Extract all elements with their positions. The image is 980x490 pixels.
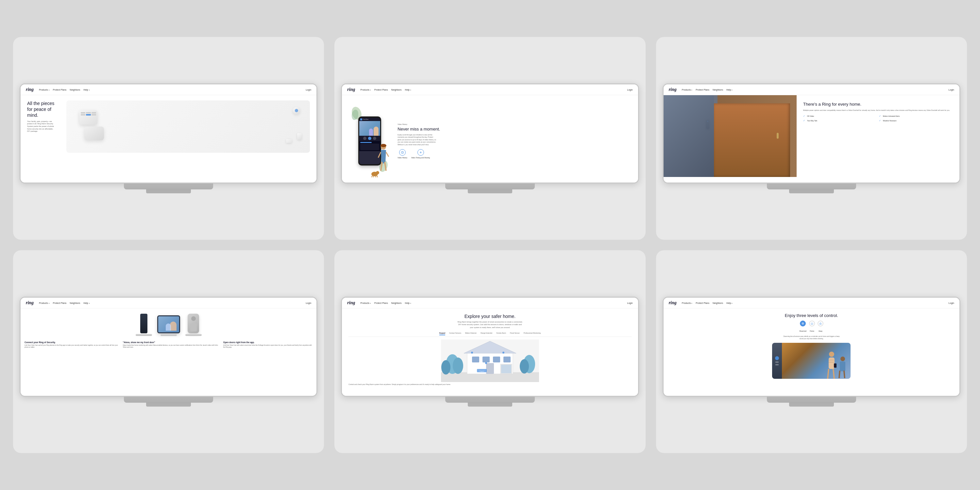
nav-neighbors-4[interactable]: Neighbors [70, 302, 80, 304]
nav-neighbors-3[interactable]: Neighbors [713, 89, 723, 91]
nav-neighbors-5[interactable]: Neighbors [391, 302, 402, 304]
card2-headline: Never miss a moment. [398, 126, 440, 132]
nav-protect-plans-3[interactable]: Protect Plans [695, 89, 710, 91]
scene-photo [782, 343, 851, 379]
svg-line-14 [377, 176, 377, 177]
phone-icon [360, 118, 362, 120]
nav-help-1[interactable]: Help ▾ [83, 89, 89, 91]
lock-keypad [190, 324, 197, 331]
col1-body: Link Door View Cam and all your Ring dev… [24, 345, 119, 349]
level-home[interactable]: Home [809, 321, 815, 333]
person-video [374, 126, 379, 136]
card2-right-text: Video History Never miss a moment. Easil… [398, 123, 440, 159]
nav-items-3: Products ▾ Protect Plans Neighbors Help … [682, 89, 733, 91]
svg-rect-44 [829, 362, 835, 363]
monitor-base-4 [124, 397, 213, 403]
nav-neighbors-2[interactable]: Neighbors [391, 89, 402, 91]
svg-point-29 [520, 359, 529, 373]
nav-help-2[interactable]: Help ▾ [405, 89, 411, 91]
keypad-product [80, 110, 97, 124]
ring-logo-5: ring [347, 300, 355, 305]
nav-products-1[interactable]: Products ▾ [39, 89, 50, 91]
monitor-stand-3 [789, 189, 834, 193]
nav-protect-plans-1[interactable]: Protect Plans [53, 89, 67, 91]
phone-header: Front Door [359, 118, 380, 121]
monitor-wrapper-4: ring Products ▾ Protect Plans Neighbors … [20, 297, 317, 407]
nav-help-3[interactable]: Help ▾ [726, 89, 733, 91]
card-4: ring Products ▾ Protect Plans Neighbors … [13, 250, 324, 453]
monitor-2: ring Products ▾ Protect Plans Neighbors … [341, 83, 639, 184]
timeline-bar [360, 142, 372, 143]
video-timing-icon-circle [417, 149, 424, 156]
card-3: ring Products ▾ Protect Plans Neighbors … [656, 37, 967, 240]
tab-motion[interactable]: Motion Detector [465, 331, 477, 335]
nav-5: ring Products ▾ Protect Plans Neighbors … [342, 298, 638, 308]
svg-rect-42 [829, 359, 835, 359]
monitor-6: ring Products ▾ Protect Plans Neighbors … [663, 297, 960, 397]
key [81, 112, 85, 113]
nav-3: ring Products ▾ Protect Plans Neighbors … [663, 85, 959, 95]
feature-twoway-label: Two-Way Talk [807, 120, 817, 122]
feature-hd-label: HD Video [807, 115, 814, 117]
level-disarmed[interactable]: Disarmed [800, 321, 807, 333]
feature-motion-label: Motion-Activated Alerts [883, 115, 900, 117]
tab-contact[interactable]: Contact Sensors [449, 331, 461, 335]
nav-products-2[interactable]: Products ▾ [360, 89, 371, 91]
monitor-4: ring Products ▾ Protect Plans Neighbors … [20, 297, 317, 397]
nav-products-5[interactable]: Products ▾ [360, 302, 371, 304]
screen-2: ring Products ▾ Protect Plans Neighbors … [342, 85, 638, 182]
check-icon-4: ✓ [879, 120, 881, 122]
svg-point-32 [471, 352, 473, 354]
family-silhouette-2 [166, 324, 171, 331]
nav-help-5[interactable]: Help ▾ [405, 302, 411, 304]
level-circle-home [809, 321, 815, 326]
ring-logo-2: ring [347, 87, 355, 92]
nav-login-6[interactable]: Login [949, 302, 954, 304]
tab-keypad[interactable]: Keypad [439, 331, 445, 335]
nav-items-5: Products ▾ Protect Plans Neighbors Help … [360, 302, 411, 304]
level-away[interactable]: Away [818, 321, 823, 333]
nav-protect-plans-6[interactable]: Protect Plans [695, 302, 710, 304]
col-1: Connect your Ring of Security. Link Door… [24, 341, 119, 349]
pedestal-base-camera [136, 334, 152, 336]
monitor-3: ring Products ▾ Protect Plans Neighbors … [663, 83, 960, 184]
tab-range[interactable]: Range Extender [480, 331, 492, 335]
nav-products-3[interactable]: Products ▾ [682, 89, 693, 91]
person-1-figure [826, 351, 837, 379]
feature-video-history: Video History [398, 149, 407, 159]
nav-products-4[interactable]: Products ▾ [39, 302, 50, 304]
key [92, 114, 96, 115]
tab-smoke[interactable]: Smoke Alarm [496, 331, 506, 335]
nav-login-1[interactable]: Login [305, 89, 311, 91]
nav-help-6[interactable]: Help ▾ [726, 302, 733, 304]
contact-sensor [286, 139, 292, 143]
card2-body: Easily scroll through your timeline to v… [398, 134, 437, 146]
svg-rect-22 [493, 356, 500, 362]
key [86, 112, 91, 113]
nav-login-5[interactable]: Login [627, 302, 633, 304]
monitor-1: ring Products ▾ Protect Plans Neighbors … [20, 83, 317, 184]
dog-figure [370, 169, 380, 179]
svg-point-33 [485, 362, 487, 364]
tablet-device [157, 315, 180, 333]
nav-products-6[interactable]: Products ▾ [682, 302, 693, 304]
nav-login-2[interactable]: Login [627, 89, 633, 91]
phone-controls [359, 136, 380, 141]
doorbell-bar-2 [775, 364, 779, 366]
col2-body: Enjoy hands-free home monitoring with se… [123, 345, 220, 349]
nav-protect-plans-5[interactable]: Protect Plans [374, 302, 388, 304]
nav-neighbors-6[interactable]: Neighbors [713, 302, 723, 304]
nav-login-3[interactable]: Login [949, 89, 954, 91]
products-row [21, 308, 317, 338]
tab-professional[interactable]: Professional Monitoring [524, 331, 541, 335]
nav-protect-plans-4[interactable]: Protect Plans [53, 302, 67, 304]
tab-flood[interactable]: Flood Sensor [510, 331, 520, 335]
doorbell-panel [772, 343, 782, 379]
nav-protect-plans-2[interactable]: Protect Plans [374, 89, 388, 91]
nav-help-4[interactable]: Help ▾ [83, 302, 89, 304]
nav-login-4[interactable]: Login [305, 302, 311, 304]
feature-video-timing: Video Timing and Sharing [411, 149, 430, 159]
monitor-base-1 [124, 184, 213, 189]
nav-neighbors-1[interactable]: Neighbors [70, 89, 80, 91]
card-1: ring Products ▾ Protect Plans Neighbors … [13, 37, 324, 240]
